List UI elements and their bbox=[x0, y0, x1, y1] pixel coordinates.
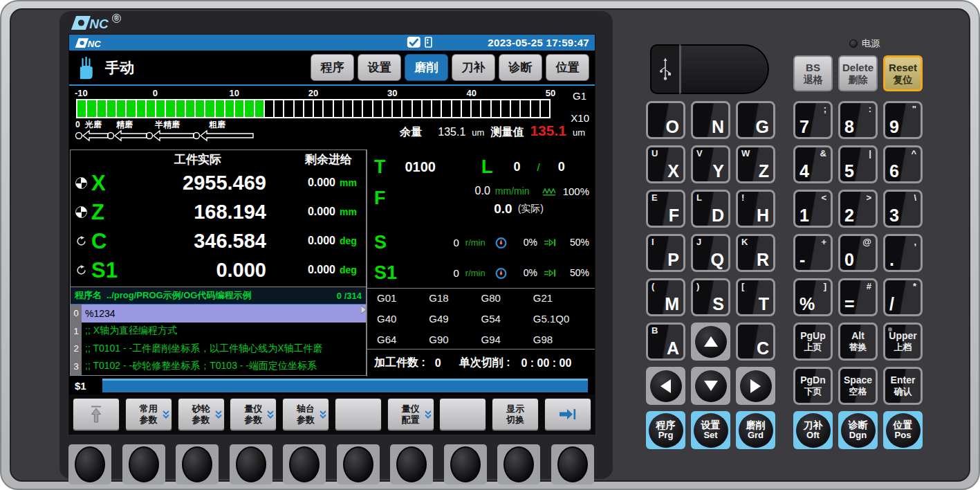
key-6[interactable]: 6^ bbox=[883, 145, 923, 183]
menu-key-button: 磨削Grd bbox=[739, 413, 773, 448]
key-g[interactable]: G bbox=[736, 101, 775, 139]
key-q[interactable]: QJ bbox=[691, 234, 730, 272]
grinding-scale-section: -1001020304050 G1 X10 0光磨精磨半精磨粗磨 余量 135.… bbox=[69, 84, 595, 149]
softkey-empty-1[interactable] bbox=[335, 398, 382, 431]
progress-segment bbox=[98, 100, 106, 117]
softkey-next-menu[interactable] bbox=[544, 398, 591, 431]
spindle-load-value: 0% bbox=[524, 237, 537, 248]
progress-segment bbox=[196, 100, 204, 117]
softkey-common-params[interactable]: 常用参数 bbox=[125, 398, 172, 431]
arrow-right-key[interactable] bbox=[736, 367, 775, 405]
feed-actual-label: (实际) bbox=[518, 203, 544, 215]
key-s[interactable]: S) bbox=[691, 278, 730, 316]
command-input-bar[interactable] bbox=[102, 379, 588, 392]
key-n[interactable]: N bbox=[691, 101, 730, 139]
life-label: L bbox=[481, 158, 493, 176]
key-7[interactable]: 7; bbox=[793, 101, 833, 139]
spindle-row-s: S0r/min0%50% bbox=[374, 227, 589, 257]
softkey-wheel-params[interactable]: 砂轮参数 bbox=[178, 398, 225, 431]
key-period[interactable]: ., bbox=[883, 234, 923, 272]
keyboard: 电源 BS退格Delete删除Reset复位 ONG7;8:9"XUYVZW4&… bbox=[646, 36, 924, 465]
key-reset[interactable]: Reset复位 bbox=[883, 55, 923, 91]
axis-remaining-value: 0.000 bbox=[276, 176, 335, 189]
softkey-knob-1[interactable] bbox=[68, 444, 111, 484]
key-space[interactable]: Space空格 bbox=[838, 367, 878, 405]
tab-diagnosis[interactable]: 诊断 bbox=[499, 54, 542, 81]
measured-label: 测量值 bbox=[490, 125, 524, 140]
key-d[interactable]: DL bbox=[691, 190, 730, 228]
arrow-down-key[interactable] bbox=[691, 367, 730, 405]
scroll-marker-icon[interactable] bbox=[361, 305, 367, 314]
key-x[interactable]: XU bbox=[646, 145, 685, 183]
tab-settings[interactable]: 设置 bbox=[358, 54, 401, 81]
key-z[interactable]: ZW bbox=[736, 145, 775, 183]
program-line[interactable]: 1;; X轴为直径编程方式 bbox=[71, 323, 366, 341]
key-a[interactable]: AB bbox=[646, 323, 685, 361]
key-minus[interactable]: -+ bbox=[793, 234, 833, 272]
key-5[interactable]: 5| bbox=[838, 145, 878, 183]
key-m[interactable]: M( bbox=[646, 278, 685, 316]
menu-key-en-label: Prg bbox=[658, 430, 674, 440]
key-pgdn[interactable]: PgDn下页 bbox=[793, 367, 833, 405]
key-c[interactable]: C bbox=[736, 323, 775, 361]
menu-key-pos[interactable]: 位置Pos bbox=[883, 411, 923, 449]
tab-grinding[interactable]: 磨削 bbox=[405, 54, 448, 81]
softkey-gauge-params[interactable]: 量仪参数 bbox=[230, 398, 277, 431]
key-upper[interactable]: Upper上档 bbox=[883, 323, 923, 361]
menu-key-oft[interactable]: 刀补Oft bbox=[793, 411, 833, 449]
menu-key-set[interactable]: 设置Set bbox=[691, 411, 730, 449]
softkey-gauge-config[interactable]: 量仪配置 bbox=[387, 398, 434, 431]
key-shift-char: E bbox=[651, 193, 658, 202]
key-f[interactable]: FE bbox=[646, 190, 685, 228]
key-0[interactable]: 0@ bbox=[838, 234, 878, 272]
key-bs[interactable]: BS退格 bbox=[793, 55, 833, 91]
progress-segment bbox=[432, 100, 441, 117]
menu-key-grd[interactable]: 磨削Grd bbox=[736, 411, 775, 449]
key-percent[interactable]: %] bbox=[793, 278, 833, 316]
key-equals[interactable]: =# bbox=[838, 278, 878, 316]
key-1[interactable]: 1< bbox=[793, 190, 833, 228]
key-slash[interactable]: /* bbox=[883, 278, 923, 316]
program-line[interactable]: 0%1234 bbox=[71, 305, 366, 323]
key-p[interactable]: PI bbox=[646, 234, 685, 272]
tab-position[interactable]: 位置 bbox=[546, 54, 589, 81]
softkey-knob-10[interactable] bbox=[551, 444, 594, 484]
program-line[interactable]: 3;; T0102 - -砂轮修整坐标系；T0103 - -端面定位坐标系 bbox=[71, 358, 366, 376]
arrow-up-key[interactable] bbox=[691, 323, 730, 361]
key-2[interactable]: 2> bbox=[838, 190, 878, 228]
key-main-char: Z bbox=[759, 163, 769, 180]
arrow-left-key[interactable] bbox=[646, 367, 685, 405]
key-4[interactable]: 4& bbox=[793, 145, 833, 183]
softkey-knob-9[interactable] bbox=[497, 444, 540, 484]
program-line[interactable]: 2;; T0101 - -工件磨削坐标系，以工件轴心线为X轴工件磨 bbox=[71, 340, 366, 358]
menu-key-dgn[interactable]: 诊断Dgn bbox=[838, 411, 878, 449]
softkey-empty-2[interactable] bbox=[439, 398, 486, 431]
key-o[interactable]: O bbox=[646, 101, 685, 139]
key-y[interactable]: YV bbox=[691, 145, 730, 183]
softkey-knob-3[interactable] bbox=[176, 444, 219, 484]
key-9[interactable]: 9" bbox=[883, 101, 923, 139]
softkey-return[interactable] bbox=[73, 398, 120, 431]
key-h[interactable]: H! bbox=[736, 190, 775, 228]
key-enter[interactable]: Enter确认 bbox=[883, 367, 923, 405]
softkey-knob-8[interactable] bbox=[444, 444, 487, 484]
softkey-knob-7[interactable] bbox=[390, 444, 433, 484]
softkey-knob-4[interactable] bbox=[230, 444, 272, 484]
key-alt[interactable]: Alt替换 bbox=[838, 323, 878, 361]
softkey-table-params[interactable]: 轴台参数 bbox=[282, 398, 329, 431]
key-3[interactable]: 3\ bbox=[883, 190, 923, 228]
key-pgup[interactable]: PgUp上页 bbox=[793, 323, 833, 361]
menu-key-prg[interactable]: 程序Prg bbox=[646, 411, 685, 449]
key-r[interactable]: RK bbox=[736, 234, 775, 272]
softkey-label-line2: 配置 bbox=[402, 415, 420, 426]
softkey-display-toggle[interactable]: 显示切换 bbox=[492, 398, 539, 431]
softkey-knob-6[interactable] bbox=[337, 444, 380, 484]
tab-program[interactable]: 程序 bbox=[311, 54, 354, 81]
arrow-up-icon bbox=[704, 336, 718, 347]
key-8[interactable]: 8: bbox=[838, 101, 878, 139]
key-t[interactable]: T[ bbox=[736, 278, 775, 316]
softkey-knob-2[interactable] bbox=[122, 444, 165, 484]
key-delete[interactable]: Delete删除 bbox=[838, 55, 878, 91]
softkey-knob-5[interactable] bbox=[283, 444, 326, 484]
tab-toolcomp[interactable]: 刀补 bbox=[452, 54, 495, 81]
